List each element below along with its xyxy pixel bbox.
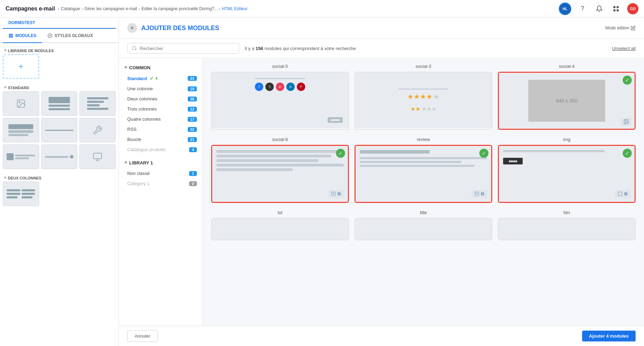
module-thumb-layout[interactable]	[41, 91, 78, 116]
section-deux-colonnes-header[interactable]: ^ DEUX COLONNES	[3, 173, 116, 182]
tab-styles-globaux[interactable]: STYLES GLOBAUX	[42, 29, 99, 43]
label-img: img	[498, 137, 636, 142]
cat-standard[interactable]: Standard ✓ 4 23	[119, 73, 202, 84]
module-thumb-monitor[interactable]	[79, 144, 116, 169]
module-card-txt-inner	[212, 146, 348, 202]
module-thumb-tools[interactable]	[79, 118, 116, 142]
label-social6: social-6	[211, 137, 349, 142]
svg-rect-24	[338, 194, 339, 195]
check-badge-txt: ✓	[336, 149, 345, 158]
library1-section-header[interactable]: ^ LIBRARY 1	[119, 157, 202, 168]
svg-rect-29	[481, 194, 482, 195]
svg-rect-31	[618, 192, 622, 196]
breadcrumb-editer[interactable]: Editer la campagne ponctuelle DormgT...	[142, 6, 217, 11]
row3-labels: txt title btn	[211, 210, 636, 215]
cat-rss[interactable]: RSS 32	[119, 124, 202, 134]
cat-trois-colonnes[interactable]: Trois colonnes 12	[119, 104, 202, 114]
module-thumb-image[interactable]	[3, 91, 39, 116]
svg-rect-32	[624, 192, 626, 194]
module-thumb-divider[interactable]	[41, 118, 78, 142]
breadcrumb-gerer[interactable]: Gérer les campagnes e-mail	[84, 6, 137, 11]
svg-rect-5	[617, 9, 619, 11]
help-icon[interactable]: ?	[577, 3, 588, 14]
label-social5: social-5	[211, 64, 349, 69]
deux-colonnes-module-grid	[3, 182, 116, 206]
grid-icon[interactable]	[610, 3, 622, 14]
img-placeholder-social4: 640 x 350	[528, 80, 605, 122]
partial-card-3[interactable]	[498, 218, 636, 240]
dormgtest-tab[interactable]: DORMGTEST	[3, 17, 116, 29]
row2-labels: social-6 review img	[211, 137, 636, 142]
sidebar-tabs: MODULES STYLES GLOBAUX	[0, 29, 119, 43]
breadcrumb-html-editeur[interactable]: HTML Editeur	[222, 6, 248, 11]
module-card-social5[interactable]: f 𝕏 in in P ■■■■■ social-6	[211, 72, 349, 130]
module-card-social3-inner: ★★★★★ ★★★★★	[355, 72, 492, 128]
sidebar-content: ^ LIBRAIRIE DE MODULES + ^ STANDARD	[0, 43, 119, 346]
svg-rect-8	[9, 36, 11, 38]
cat-boucle[interactable]: Boucle 21	[119, 134, 202, 144]
search-count: Il y a 156 modules qui correspondent à v…	[245, 46, 607, 51]
content-area: Options × AJOUTER DES MODULES Mode editi…	[119, 17, 644, 346]
svg-rect-25	[339, 194, 341, 195]
module-card-social3[interactable]: ★★★★★ ★★★★★	[355, 72, 492, 130]
common-section-header[interactable]: ^ COMMON	[119, 62, 202, 73]
module-thumb-slider[interactable]	[41, 144, 78, 169]
search-input[interactable]	[140, 46, 235, 51]
svg-rect-30	[482, 194, 484, 195]
cancel-button[interactable]: Annuler	[127, 330, 158, 342]
module-card-social4[interactable]: ✓ 640 x 350	[498, 72, 636, 130]
breadcrumb-catalogue[interactable]: Catalogue	[61, 6, 80, 11]
add-modules-button[interactable]: Ajouter 4 modules	[582, 331, 636, 341]
svg-rect-7	[11, 34, 13, 36]
app-title: Campagnes e-mail	[6, 6, 55, 12]
library-module-grid: +	[3, 54, 116, 79]
svg-rect-27	[481, 192, 482, 194]
label-btn: btn	[498, 210, 636, 215]
notification-icon[interactable]	[594, 3, 605, 14]
cat-une-colonne[interactable]: Une colonne 10	[119, 84, 202, 94]
modal-title: AJOUTER DES MODULES	[141, 24, 605, 32]
section-library-header[interactable]: ^ LIBRAIRIE DE MODULES	[3, 46, 116, 54]
add-module-button[interactable]: +	[3, 54, 39, 79]
svg-rect-28	[482, 192, 484, 194]
unselect-all-button[interactable]: Unselect all	[612, 46, 636, 51]
module-card-social5-inner: f 𝕏 in in P ■■■■■	[212, 72, 348, 128]
svg-rect-35	[626, 194, 627, 195]
module-thumb-stacked[interactable]	[3, 118, 39, 142]
module-card-title[interactable]: ✓	[355, 145, 492, 203]
search-icon	[132, 45, 137, 51]
user-avatar-gd[interactable]: GD	[627, 3, 638, 14]
cat-category1: Category 1 0	[119, 178, 202, 189]
module-card-social4-inner: 640 x 350	[499, 73, 635, 129]
module-card-btn-inner: ■■■■	[499, 146, 635, 202]
cat-non-classe[interactable]: Non classé 1	[119, 168, 202, 178]
navbar-icons: HL ? GD	[559, 2, 638, 15]
modal-body: ^ COMMON Standard ✓ 4 23 Une colonne	[119, 58, 644, 326]
module-card-txt[interactable]: ✓	[211, 145, 349, 203]
modal-close-button[interactable]: ×	[127, 23, 137, 33]
row1-labels: social-5 social-3 social-4	[211, 64, 636, 69]
module-thumb-image-text[interactable]	[3, 144, 39, 169]
module-thumb-text[interactable]	[79, 91, 116, 116]
cat-catalogue: Catalogue produits 4	[119, 144, 202, 155]
cat-deux-colonnes[interactable]: Deux colonnes 36	[119, 94, 202, 104]
label-title: title	[355, 210, 492, 215]
tab-modules[interactable]: MODULES	[3, 29, 42, 43]
svg-rect-3	[617, 6, 619, 8]
svg-rect-34	[624, 194, 626, 195]
partial-card-2[interactable]	[355, 218, 492, 240]
svg-rect-6	[9, 34, 11, 36]
label-review: review	[355, 137, 492, 142]
module-card-btn[interactable]: ✓ ■■■■	[498, 145, 636, 203]
user-avatar-hl[interactable]: HL	[559, 2, 571, 15]
standard-module-grid	[3, 91, 116, 169]
modal-header: × AJOUTER DES MODULES Mode edition	[119, 17, 644, 39]
module-thumb-two-col[interactable]	[3, 182, 39, 206]
svg-rect-4	[614, 9, 616, 11]
section-standard-header[interactable]: ^ STANDARD	[3, 83, 116, 91]
modules-row1: f 𝕏 in in P ■■■■■ social-6	[211, 72, 636, 130]
partial-card-1[interactable]	[211, 218, 349, 240]
mode-edition-button[interactable]: Mode edition	[605, 26, 636, 30]
cat-quatre-colonnes[interactable]: Quatre colonnes 17	[119, 114, 202, 124]
partial-row	[211, 218, 636, 240]
